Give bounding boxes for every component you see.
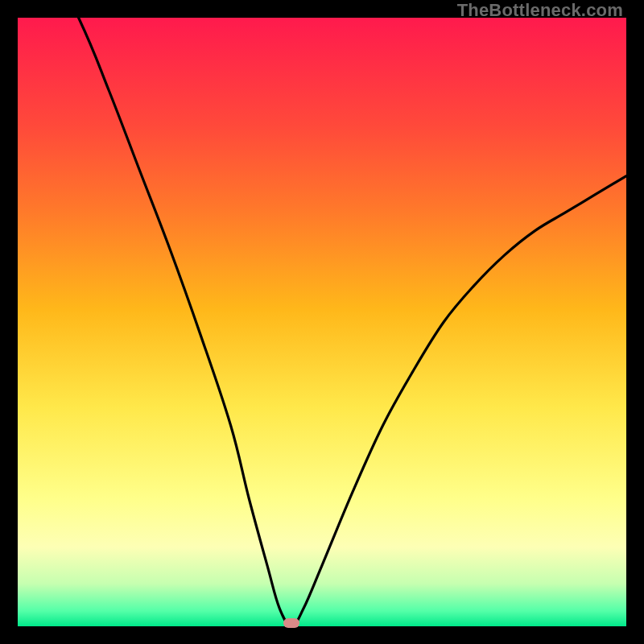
min-marker <box>283 618 299 628</box>
chart-frame: TheBottleneck.com <box>0 0 644 644</box>
plot-area <box>18 18 626 626</box>
watermark-text: TheBottleneck.com <box>457 0 623 21</box>
bottleneck-curve <box>18 18 626 626</box>
